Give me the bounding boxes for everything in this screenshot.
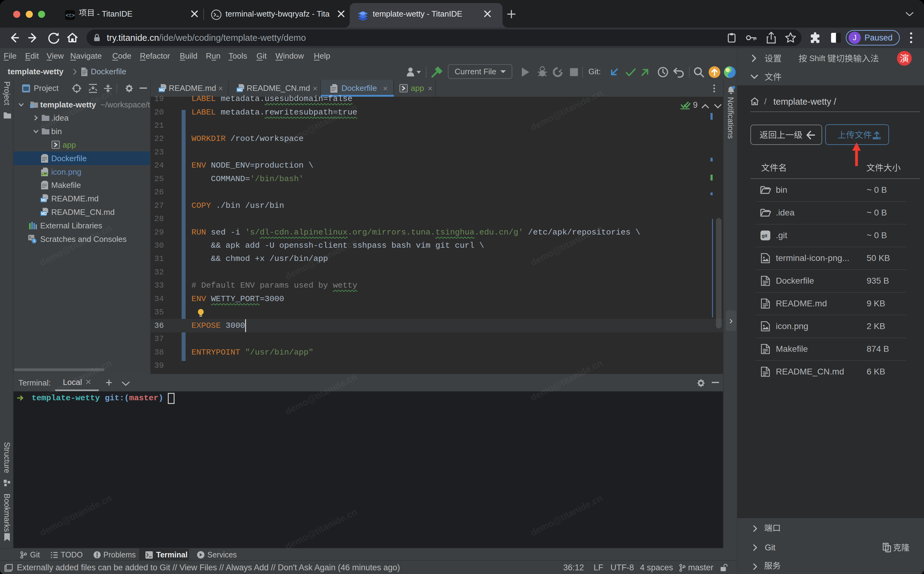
svg-text:<>: <>: [360, 12, 365, 15]
svg-text:MD: MD: [237, 88, 243, 92]
svg-text:MD: MD: [41, 211, 47, 216]
svg-text:>: >: [71, 13, 75, 19]
svg-text:MD: MD: [41, 198, 47, 202]
svg-text:git: git: [762, 233, 767, 238]
svg-text:MD: MD: [159, 88, 165, 92]
